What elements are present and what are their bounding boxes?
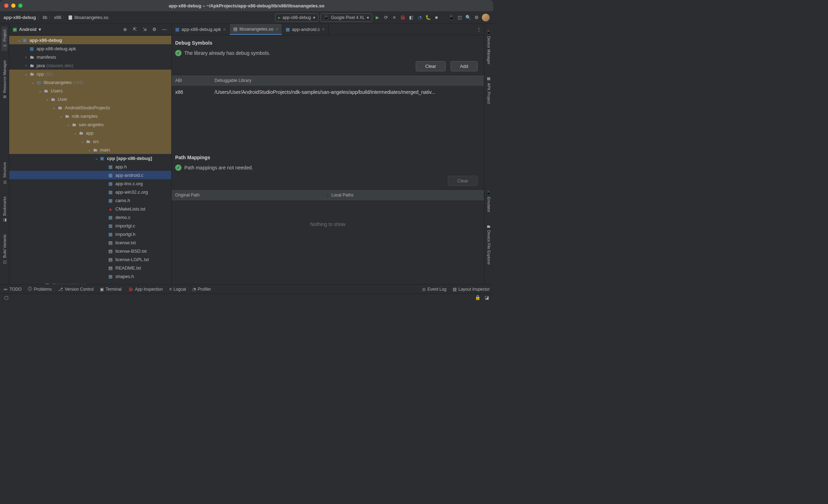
tab-apk[interactable]: ▦ app-x86-debug.apk × [172, 24, 230, 35]
bottom-tab-profiler[interactable]: ◔Profiler [192, 287, 211, 292]
tree-item-shapes[interactable]: ▦shapes.h [9, 272, 171, 280]
coverage-button[interactable]: ◧ [408, 14, 414, 21]
sidebar-tab-apk-project[interactable]: ▦APK Project [486, 73, 492, 106]
tool-window-toggle-icon[interactable]: ▢ [4, 295, 9, 301]
tree-item-appwin[interactable]: ▦app-win32.c.org [9, 188, 171, 196]
expand-all-button[interactable]: ⇱ [131, 26, 138, 33]
sidebar-tab-structure[interactable]: ☰Structure [1, 159, 7, 187]
tree-item-user[interactable]: ⌄🖿User [9, 95, 171, 103]
tree-item-licensebsd[interactable]: ▤license-BSD.txt [9, 247, 171, 255]
device-dropdown[interactable]: 📱 Google Pixel 4 XL ▾ [320, 13, 372, 22]
tree-item-cpp-module[interactable]: ⌄▣cpp[app-x86-debug] [9, 154, 171, 162]
table-row[interactable]: x86 /Users/User/AndroidStudioProjects/nd… [172, 86, 484, 98]
user-avatar[interactable] [482, 14, 490, 21]
bottom-tab-app-inspection[interactable]: 🐞App Inspection [128, 287, 163, 292]
collapse-icon[interactable]: ⌄ [58, 114, 64, 118]
hide-panel-button[interactable]: — [161, 26, 168, 33]
tree-item-apph[interactable]: ▦app.h [9, 162, 171, 171]
sidebar-tab-resource-manager[interactable]: ⊞Resource Manager [1, 57, 7, 101]
sidebar-tab-project[interactable]: ▭Project [1, 27, 7, 51]
column-header-local-paths[interactable]: Local Paths [328, 193, 484, 198]
breadcrumb-project[interactable]: app-x86-debug [4, 15, 36, 20]
tree-item-ndk[interactable]: ⌄🖿ndk-samples [9, 112, 171, 120]
avd-button[interactable]: ◫ [457, 14, 463, 21]
tree-item-libsanangeles[interactable]: ⌄▤libsanangeles(x86) [9, 78, 171, 86]
sync-button[interactable]: 📱 [448, 14, 454, 21]
debug-button[interactable]: 🐞 [400, 14, 406, 21]
sidebar-tab-device-file-explorer[interactable]: 🖿Device File Explorer [486, 221, 492, 267]
notification-icon[interactable]: ◪ [484, 295, 490, 301]
apply-code-button[interactable]: ≡ [391, 14, 397, 21]
bottom-tab-logcat[interactable]: ≡Logcat [169, 287, 186, 292]
breadcrumb-file[interactable]: libsanangeles.so [68, 15, 108, 20]
minimize-window-button[interactable] [11, 4, 15, 8]
project-view-selector[interactable]: Android [19, 27, 37, 32]
sidebar-tab-device-manager[interactable]: 📱Device Manager [486, 27, 492, 67]
tree-item-appandroid[interactable]: ▦app-android.c [9, 171, 171, 179]
collapse-icon[interactable]: ⌄ [65, 123, 71, 127]
collapse-icon[interactable]: ⌄ [72, 131, 78, 135]
bottom-tab-event-log[interactable]: ◎Event Log [422, 287, 446, 292]
collapse-icon[interactable]: ⌄ [37, 89, 43, 93]
collapse-icon[interactable]: ⌄ [87, 148, 92, 152]
bottom-tab-terminal[interactable]: ▣Terminal [100, 287, 121, 292]
tree-item-cams[interactable]: ▦cams.h [9, 196, 171, 205]
tree-item-manifests[interactable]: ›🖿manifests [9, 53, 171, 61]
tabs-overflow-button[interactable]: ⋮ [474, 24, 484, 35]
tree-item-apk[interactable]: ▦app-x86-debug.apk [9, 44, 171, 53]
column-header-abi[interactable]: ABI [172, 78, 211, 83]
tree-item-src[interactable]: ⌄🖿src [9, 137, 171, 146]
close-tab-icon[interactable]: × [223, 27, 226, 32]
expand-icon[interactable]: › [23, 55, 29, 59]
close-window-button[interactable] [4, 4, 8, 8]
collapse-icon[interactable]: ⌄ [30, 80, 36, 84]
tree-item-users[interactable]: ⌄🖿Users [9, 86, 171, 95]
tab-libsanangeles[interactable]: ▤ libsanangeles.so × [230, 24, 282, 35]
bottom-tab-problems[interactable]: ⓘProblems [28, 286, 52, 292]
bottom-tab-vcs[interactable]: ⎇Version Control [58, 287, 94, 292]
expand-icon[interactable]: › [23, 64, 29, 67]
tree-item-sanangeles[interactable]: ⌄🖿san-angeles [9, 120, 171, 129]
maximize-window-button[interactable] [18, 4, 23, 8]
bottom-tab-layout-inspector[interactable]: ▧Layout Inspector [453, 287, 490, 292]
profile-button[interactable]: ◔ [416, 14, 423, 21]
breadcrumb-x86[interactable]: x86 [54, 15, 61, 20]
attach-debugger-button[interactable]: 🐛 [425, 14, 431, 21]
tree-item-demo[interactable]: ▦demo.c [9, 213, 171, 221]
settings-icon[interactable]: ⚙ [151, 26, 158, 33]
tree-item-cmake[interactable]: ▲CMakeLists.txt [9, 205, 171, 213]
sidebar-tab-emulator[interactable]: 📱Emulator [486, 187, 492, 215]
run-button[interactable]: ▶ [374, 14, 381, 21]
tab-appandroid[interactable]: ▦ app-android.c × [282, 24, 329, 35]
search-button[interactable]: 🔍 [465, 14, 471, 21]
bottom-tab-todo[interactable]: ≔TODO [4, 287, 21, 292]
collapse-icon[interactable]: ⌄ [44, 97, 50, 101]
collapse-all-button[interactable]: ⇲ [141, 26, 148, 33]
clear-symbols-button[interactable]: Clear [416, 61, 446, 71]
lock-icon[interactable]: 🔒 [475, 295, 480, 301]
add-symbols-button[interactable]: Add [451, 61, 478, 71]
close-tab-icon[interactable]: × [322, 27, 325, 32]
apply-changes-button[interactable]: ⟳ [383, 14, 389, 21]
tree-item-app[interactable]: ⌄🖿app [9, 129, 171, 137]
select-opened-file-button[interactable]: ⊕ [121, 26, 128, 33]
tree-item-java[interactable]: ›🖿java(classes.dex) [9, 61, 171, 70]
tree-item-cpp[interactable]: ⌄🖿cpp(lib) [9, 70, 171, 78]
breadcrumb-lib[interactable]: lib [43, 15, 47, 20]
collapse-icon[interactable]: ⌄ [16, 38, 22, 42]
tree-root[interactable]: ⌄▣app-x86-debug [9, 36, 171, 44]
tree-item-importglc[interactable]: ▦importgl.c [9, 221, 171, 230]
collapse-icon[interactable]: ⌄ [79, 140, 85, 143]
run-config-dropdown[interactable]: ▸ app-x86-debug ▾ [275, 13, 318, 22]
tree-item-license[interactable]: ▤license.txt [9, 238, 171, 247]
column-header-library[interactable]: Debuggable Library [211, 78, 484, 83]
stop-button[interactable]: ■ [433, 14, 440, 21]
tree-item-asp[interactable]: ⌄🖿AndroidStudioProjects [9, 103, 171, 112]
tree-item-main[interactable]: ⌄🖿main [9, 146, 171, 154]
collapse-icon[interactable]: ⌄ [23, 72, 29, 76]
sidebar-tab-bookmarks[interactable]: ◧Bookmarks [1, 194, 7, 225]
close-tab-icon[interactable]: × [275, 26, 278, 32]
sidebar-tab-build-variants[interactable]: ◫Build Variants [1, 232, 7, 267]
settings-button[interactable]: ⚙ [473, 14, 480, 21]
tree-item-applinx[interactable]: ▦app-linx.c.org [9, 179, 171, 188]
